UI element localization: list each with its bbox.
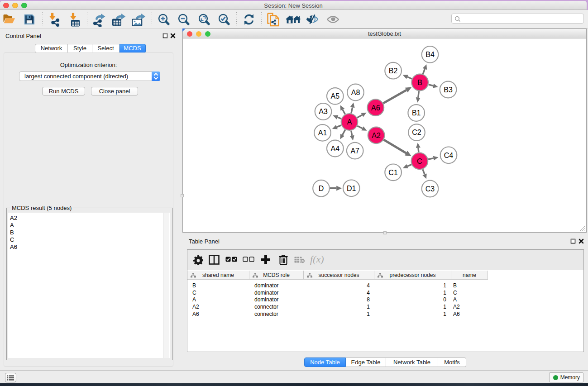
svg-text:B2: B2 (389, 67, 398, 75)
svg-text:A: A (347, 118, 352, 126)
svg-text:C2: C2 (412, 129, 421, 136)
svg-text:B: B (417, 79, 422, 86)
svg-text:A7: A7 (350, 147, 359, 155)
svg-text:C4: C4 (444, 152, 454, 159)
svg-text:A4: A4 (331, 145, 340, 152)
svg-text:B1: B1 (412, 109, 421, 117)
svg-text:A3: A3 (319, 108, 328, 115)
svg-text:D1: D1 (347, 185, 356, 192)
svg-text:C3: C3 (425, 185, 435, 193)
svg-text:A8: A8 (351, 89, 360, 96)
svg-text:B4: B4 (425, 51, 435, 58)
svg-text:B3: B3 (444, 86, 453, 94)
svg-text:A5: A5 (331, 92, 340, 100)
svg-text:A6: A6 (371, 104, 380, 112)
svg-text:A1: A1 (318, 129, 327, 137)
svg-text:C: C (417, 157, 422, 165)
svg-text:D: D (319, 185, 324, 192)
svg-text:A2: A2 (372, 132, 381, 139)
svg-text:C1: C1 (388, 169, 398, 176)
